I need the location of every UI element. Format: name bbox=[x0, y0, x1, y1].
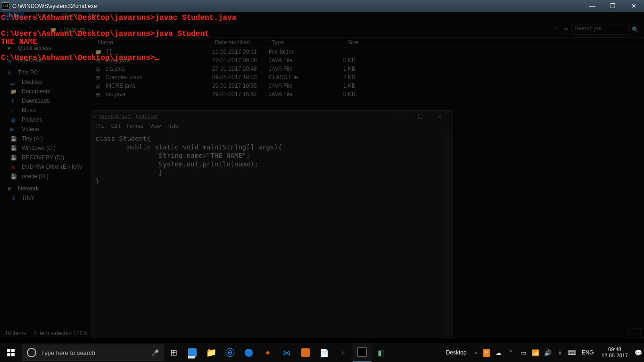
windows-logo-icon bbox=[7, 349, 15, 356]
system-tray: Desktop » ‼ ☁ ˄ ▭ 📶 🔊 ᚼ ⌨ ENG 09:48 12-0… bbox=[443, 346, 644, 359]
tray-up-icon[interactable]: ˄ bbox=[506, 349, 516, 356]
cmd-titlebar[interactable]: c:\ C:\WINDOWS\system32\cmd.exe — ❐ ✕ bbox=[0, 0, 644, 12]
taskbar-app-explorer[interactable]: ▂ bbox=[183, 343, 202, 362]
tray-onedrive-icon[interactable]: ☁ bbox=[494, 349, 504, 356]
minimize-icon[interactable]: — bbox=[582, 0, 603, 12]
start-button[interactable] bbox=[0, 343, 22, 362]
taskbar: Type here to search 🎤 ⊞ ▂ 📁 ⓔ 🔵 ● ⋈ 📄 ▫ … bbox=[0, 343, 644, 362]
taskbar-app-vscode[interactable]: ⋈ bbox=[277, 343, 296, 362]
search-placeholder: Type here to search bbox=[41, 349, 95, 356]
tray-battery-icon[interactable]: ▭ bbox=[519, 349, 528, 356]
svg-rect-0 bbox=[7, 349, 10, 352]
show-desktop-label[interactable]: Desktop bbox=[443, 349, 470, 356]
cursor-icon bbox=[155, 59, 159, 60]
task-view-icon[interactable]: ⊞ bbox=[164, 343, 183, 362]
cmd-icon: c:\ bbox=[2, 2, 9, 10]
tray-clock[interactable]: 09:48 12-05-2017 bbox=[599, 346, 631, 359]
tray-wifi-icon[interactable]: 📶 bbox=[531, 349, 540, 356]
tray-keyboard-icon[interactable]: ⌨ bbox=[568, 349, 577, 356]
cmd-line: C:\Users\Ashwant\Desktop\javaruns>javac … bbox=[1, 14, 236, 22]
tray-date: 12-05-2017 bbox=[602, 353, 628, 359]
taskbar-app-edge[interactable]: ⓔ bbox=[221, 343, 239, 362]
taskbar-app-folder[interactable]: 📁 bbox=[202, 343, 221, 362]
cortana-icon bbox=[27, 348, 36, 357]
taskbar-app-firefox[interactable]: ● bbox=[258, 343, 277, 362]
close-icon[interactable]: ✕ bbox=[623, 0, 644, 12]
taskbar-app-generic[interactable]: ▫ bbox=[334, 343, 353, 362]
tray-notifications-icon[interactable]: 💬 bbox=[634, 349, 643, 356]
maximize-icon[interactable]: ❐ bbox=[603, 0, 623, 12]
tray-app-icon[interactable]: ‼ bbox=[482, 349, 491, 357]
tray-bluetooth-icon[interactable]: ᚼ bbox=[555, 349, 565, 356]
taskbar-app-xampp[interactable] bbox=[296, 343, 315, 362]
tray-volume-icon[interactable]: 🔊 bbox=[543, 349, 553, 356]
taskbar-search[interactable]: Type here to search 🎤 bbox=[22, 345, 164, 361]
taskbar-app-cmd[interactable] bbox=[353, 343, 372, 362]
cmd-window: c:\ C:\WINDOWS\system32\cmd.exe — ❐ ✕ C:… bbox=[0, 0, 644, 343]
desktop-root: File Home Share View ← → ˅ ↑ › javaruns … bbox=[0, 0, 644, 362]
cmd-line: C:\Users\Ashwant\Desktop\javaruns>java S… bbox=[1, 30, 209, 38]
svg-rect-1 bbox=[11, 349, 15, 352]
cmd-line: THE NAME bbox=[1, 38, 37, 46]
cmd-terminal[interactable]: C:\Users\Ashwant\Desktop\javaruns>javac … bbox=[0, 12, 644, 62]
tray-time: 09:48 bbox=[602, 346, 628, 353]
tray-language[interactable]: ENG bbox=[580, 349, 596, 356]
cmd-title-text: C:\WINDOWS\system32\cmd.exe bbox=[12, 3, 582, 9]
taskbar-app-notepadpp[interactable]: 📄 bbox=[315, 343, 334, 362]
svg-rect-3 bbox=[11, 353, 15, 356]
cmd-line: C:\Users\Ashwant\Desktop\javaruns> bbox=[1, 54, 155, 62]
taskbar-app-generic2[interactable]: ◧ bbox=[372, 343, 390, 362]
taskbar-app-chrome[interactable]: 🔵 bbox=[239, 343, 258, 362]
tray-overflow-icon[interactable]: » bbox=[472, 350, 479, 355]
mic-icon[interactable]: 🎤 bbox=[151, 349, 159, 356]
svg-rect-2 bbox=[7, 353, 10, 356]
